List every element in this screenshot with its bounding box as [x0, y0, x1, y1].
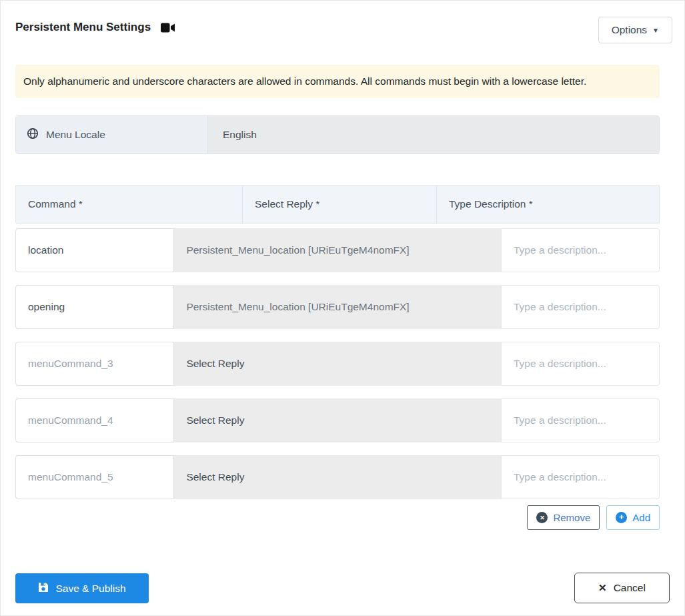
description-input[interactable] — [501, 285, 660, 329]
menu-locale-value: English — [208, 116, 659, 153]
add-button-label: Add — [632, 512, 650, 523]
column-header-select-reply: Select Reply * — [243, 186, 437, 223]
plus-circle-icon: + — [616, 512, 627, 523]
page-title: Persistent Menu Settings — [15, 21, 151, 34]
caret-down-icon: ▼ — [652, 27, 659, 34]
select-reply-dropdown[interactable]: Persistent_Menu_location [URiEuTgeM4nomF… — [174, 285, 501, 329]
table-row: Persistent_Menu_location [URiEuTgeM4nomF… — [15, 228, 660, 272]
description-input[interactable] — [501, 228, 660, 272]
options-button-label: Options — [612, 24, 647, 36]
persistent-menu-settings-card: Persistent Menu Settings Options ▼ Only … — [0, 0, 685, 616]
menu-locale-label-cell: Menu Locale — [16, 116, 208, 153]
description-input[interactable] — [501, 342, 660, 386]
command-rows: Persistent_Menu_location [URiEuTgeM4nomF… — [15, 228, 660, 512]
menu-locale-value-text: English — [223, 129, 257, 141]
column-header-command: Command * — [16, 186, 243, 223]
warning-alert: Only alphanumeric and underscore charact… — [15, 65, 660, 98]
table-row: Select Reply — [15, 455, 660, 499]
video-camera-icon — [161, 23, 175, 33]
table-header: Command * Select Reply * Type Descriptio… — [15, 185, 660, 224]
table-row: Persistent_Menu_location [URiEuTgeM4nomF… — [15, 285, 660, 329]
table-row: Select Reply — [15, 398, 660, 442]
floppy-disk-icon — [38, 582, 49, 595]
command-input[interactable] — [15, 455, 174, 499]
command-input[interactable] — [15, 228, 174, 272]
x-circle-icon: ✕ — [536, 512, 548, 523]
cancel-button[interactable]: ✕ Cancel — [574, 573, 670, 603]
cancel-label: Cancel — [614, 582, 646, 594]
select-reply-dropdown[interactable]: Persistent_Menu_location [URiEuTgeM4nomF… — [174, 228, 501, 272]
description-input[interactable] — [501, 455, 660, 499]
x-mark-icon: ✕ — [598, 582, 607, 594]
table-row: Select Reply — [15, 342, 660, 386]
globe-icon — [27, 127, 39, 142]
card-header: Persistent Menu Settings — [15, 21, 175, 34]
options-button[interactable]: Options ▼ — [598, 17, 672, 43]
select-reply-dropdown[interactable]: Select Reply — [174, 455, 501, 499]
save-publish-button[interactable]: Save & Publish — [15, 573, 149, 603]
select-reply-dropdown[interactable]: Select Reply — [174, 398, 501, 442]
row-actions: ✕ Remove + Add — [15, 505, 660, 530]
select-reply-dropdown[interactable]: Select Reply — [174, 342, 501, 386]
menu-locale-label: Menu Locale — [46, 129, 105, 141]
remove-row-button[interactable]: ✕ Remove — [527, 505, 600, 530]
save-publish-label: Save & Publish — [55, 583, 125, 595]
menu-locale-group: Menu Locale English — [15, 115, 660, 154]
command-input[interactable] — [15, 398, 174, 442]
command-input[interactable] — [15, 342, 174, 386]
command-input[interactable] — [15, 285, 174, 329]
warning-alert-text: Only alphanumeric and underscore charact… — [23, 75, 586, 87]
description-input[interactable] — [501, 398, 660, 442]
remove-button-label: Remove — [553, 512, 590, 523]
add-row-button[interactable]: + Add — [606, 505, 660, 530]
column-header-type-description: Type Description * — [437, 186, 659, 223]
